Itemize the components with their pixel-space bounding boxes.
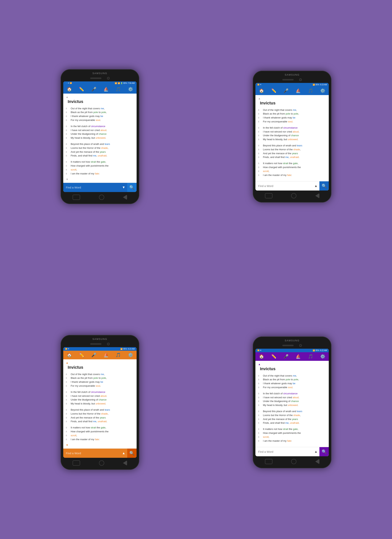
- bottom-btn-home-2[interactable]: [291, 193, 296, 198]
- status-icons-left-3: 📶 ✉: [65, 348, 69, 350]
- nav-home-1[interactable]: 🏠: [67, 87, 72, 92]
- stanza-3-1: 8Out of the night that covers me, 8Black…: [66, 372, 134, 388]
- search-chevron-down-1[interactable]: ▼: [120, 185, 127, 189]
- speaker-3: [90, 343, 101, 345]
- scroll-up-4: ▲: [258, 363, 326, 366]
- search-button-4[interactable]: 🔍: [319, 447, 329, 457]
- nav-mic-2[interactable]: 🎤: [283, 88, 288, 93]
- line-4-3: 8scroll,: [66, 168, 134, 172]
- nav-settings-1[interactable]: ⚙️: [128, 87, 133, 92]
- nav-settings-4[interactable]: ⚙️: [320, 354, 325, 359]
- phone-top-bar-3: [63, 341, 137, 347]
- nav-boat-2[interactable]: ⛵: [296, 88, 301, 93]
- search-input-4[interactable]: [255, 450, 312, 453]
- nav-mic-3[interactable]: 🎤: [91, 353, 96, 357]
- nav-edit-1[interactable]: ✏️: [79, 87, 84, 92]
- search-bar-4[interactable]: ▲ 🔍: [255, 447, 329, 456]
- scroll-down-1: ▼: [66, 178, 134, 181]
- search-chevron-up-4[interactable]: ▲: [312, 450, 319, 454]
- status-icons-right-4: 📶 85% 9:22 AM: [313, 349, 327, 351]
- nav-music-3[interactable]: 🎵: [116, 353, 121, 357]
- bottom-btn-back-1[interactable]: [73, 195, 80, 200]
- scroll-up-2: ▲: [258, 97, 326, 100]
- nav-bar-4: 🏠 ✏️ 🎤 ⛵ 🎵 ⚙️: [255, 352, 329, 361]
- search-button-1[interactable]: 🔍: [127, 183, 137, 192]
- stanza-1-1: 8Out of the night that covers me, 8Black…: [66, 107, 134, 122]
- nav-home-3[interactable]: 🏠: [67, 353, 72, 357]
- nav-music-1[interactable]: 🎵: [116, 87, 121, 92]
- time-2: 9:23 AM: [320, 84, 327, 86]
- nav-boat-1[interactable]: ⛵: [104, 87, 109, 92]
- stanza-2-1: 8Out of the night that covers me, 8Black…: [258, 108, 326, 124]
- phone-bottom-bar-1: [63, 192, 137, 201]
- nav-settings-2[interactable]: ⚙️: [320, 88, 325, 93]
- status-icons-right-2: 📶 85% 9:23 AM: [313, 84, 327, 86]
- nav-home-2[interactable]: 🏠: [259, 88, 264, 93]
- nav-settings-3[interactable]: ⚙️: [128, 353, 133, 357]
- search-chevron-up-2[interactable]: ▲: [312, 184, 319, 188]
- signal-icon-2: 📶: [313, 84, 315, 86]
- status-bar-1: 👤 ✉ 📶 📶 📶 🔋 89% 7:56 AM: [63, 82, 137, 85]
- nav-bar-2: 🏠 ✏️ 🎤 ⛵ 🎵 ⚙️: [255, 87, 329, 95]
- nav-edit-3[interactable]: ✏️: [79, 353, 84, 357]
- camera-1: [107, 77, 110, 80]
- bottom-btn-recent-2[interactable]: [315, 193, 319, 198]
- battery-text-4: 85%: [316, 349, 319, 351]
- speaker-4: [282, 345, 294, 346]
- nav-boat-4[interactable]: ⛵: [296, 354, 301, 359]
- bottom-btn-recent-4[interactable]: [315, 459, 319, 464]
- phone-screen-1: 👤 ✉ 📶 📶 📶 🔋 89% 7:56 AM 🏠 ✏️ 🎤 ⛵ 🎵 ⚙️: [63, 82, 137, 192]
- search-chevron-up-3[interactable]: ▲: [120, 451, 127, 455]
- search-button-2[interactable]: 🔍: [319, 181, 329, 191]
- bottom-btn-back-3[interactable]: [73, 460, 80, 466]
- bottom-btn-home-3[interactable]: [99, 460, 104, 466]
- bottom-btn-back-4[interactable]: [265, 459, 272, 464]
- content-area-4: ▲ Invictus 8Out of the night that covers…: [255, 361, 329, 447]
- search-input-2[interactable]: [255, 184, 312, 188]
- phone-top-bar-1: [63, 75, 137, 82]
- stanza-4-4: 8It matters not how strait the gate, 8Ho…: [258, 427, 326, 443]
- stanza-1-2: 8In the fell clutch of circumstance 8I h…: [66, 125, 134, 140]
- stanza-4-2: 8In the fell clutch of circumstance 8I h…: [258, 392, 326, 407]
- search-bar-3[interactable]: ▲ 🔍: [63, 448, 137, 458]
- phone-bottom-bar-4: [255, 456, 329, 466]
- nav-mic-1[interactable]: 🎤: [91, 87, 96, 92]
- line-4-2: 8How charged with punishments the: [66, 164, 134, 168]
- status-bar-4: 📶 ✉ 📶 85% 9:22 AM: [255, 349, 329, 352]
- nav-boat-3[interactable]: ⛵: [104, 353, 109, 357]
- signal-icon-4: 📶: [313, 349, 315, 351]
- nav-home-4[interactable]: 🏠: [259, 354, 264, 359]
- nav-edit-4[interactable]: ✏️: [271, 354, 276, 359]
- bottom-btn-recent-3[interactable]: [123, 460, 127, 466]
- phone-screen-3: 📶 ✉ 📶 85% 9:23 AM 🏠 ✏️ 🎤 ⛵ 🎵 ⚙️ ▲ In: [63, 347, 137, 458]
- search-bar-2[interactable]: ▲ 🔍: [255, 181, 329, 191]
- battery-text-2: 85%: [316, 84, 319, 86]
- stanza-3-2: 8In the fell clutch of circumstance 8I h…: [66, 390, 134, 406]
- status-icons-right-3: 📶 85% 9:23 AM: [120, 348, 135, 350]
- status-icon-3: 📶: [65, 348, 67, 350]
- status-icon-4: 📶: [257, 349, 259, 351]
- nav-music-4[interactable]: 🎵: [308, 354, 313, 359]
- search-button-3[interactable]: 🔍: [127, 449, 137, 458]
- bottom-btn-home-4[interactable]: [291, 459, 296, 464]
- search-input-1[interactable]: [63, 186, 120, 189]
- line-2-2: 8I have not winced nor cried aloud.: [66, 128, 134, 132]
- nav-bar-3: 🏠 ✏️ 🎤 ⛵ 🎵 ⚙️: [63, 351, 137, 359]
- line-3-4: 8Finds, and shall find me, unafraid.: [66, 154, 134, 158]
- phone-top-bar-2: [255, 77, 329, 83]
- time-4: 9:22 AM: [320, 349, 327, 351]
- nav-edit-2[interactable]: ✏️: [271, 88, 276, 93]
- search-bar-1[interactable]: ▼ 🔍: [63, 183, 137, 192]
- battery-text-1: 📶 🔋 89%: [118, 82, 127, 84]
- bottom-btn-recent-1[interactable]: [123, 195, 127, 200]
- search-input-3[interactable]: [63, 452, 120, 455]
- poem-title-1: Invictus: [66, 99, 134, 104]
- stanza-2-4: 8It matters not how strait the gate, 8Ho…: [258, 162, 326, 177]
- line-1-1: 8Out of the night that covers me,: [66, 107, 134, 111]
- status-icon-mail-3: ✉: [68, 348, 69, 350]
- bottom-btn-home-1[interactable]: [99, 195, 104, 200]
- nav-music-2[interactable]: 🎵: [308, 88, 313, 93]
- nav-mic-4[interactable]: 🎤: [283, 354, 288, 359]
- poem-title-2: Invictus: [258, 101, 326, 106]
- bottom-btn-back-2[interactable]: [265, 193, 272, 198]
